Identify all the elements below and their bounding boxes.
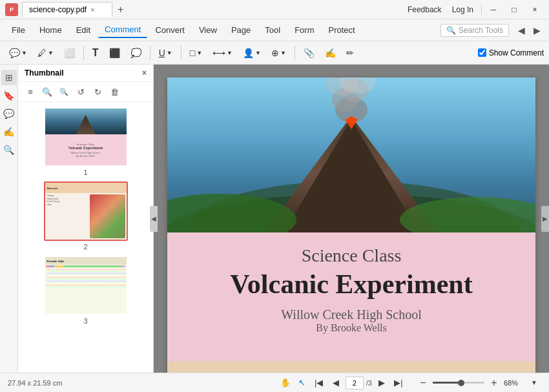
thumbnail-zoom-out-button[interactable]: 🔍 xyxy=(57,85,71,99)
pdf-subtitle: Willow Creek High School xyxy=(281,307,422,322)
first-page-button[interactable]: |◀ xyxy=(312,376,326,390)
page-number-input[interactable]: 2 xyxy=(346,377,364,389)
left-icon-signature[interactable]: ✍ xyxy=(1,124,17,139)
left-icon-comment[interactable]: 💬 xyxy=(1,106,17,121)
separator4 xyxy=(295,46,295,60)
zoom-slider-fill xyxy=(433,382,461,384)
zoom-out-button[interactable]: − xyxy=(416,376,430,390)
zoom-slider-track xyxy=(433,382,484,384)
minimize-button[interactable]: ─ xyxy=(484,3,502,17)
thumbnail-delete-button[interactable]: 🗑 xyxy=(107,85,121,99)
close-thumbnail-button[interactable]: × xyxy=(142,68,147,77)
pen-arrow: ▼ xyxy=(48,50,54,56)
show-comment-checkbox[interactable] xyxy=(478,48,486,57)
group-arrow: ▼ xyxy=(280,50,286,56)
separator3 xyxy=(181,46,181,60)
maximize-button[interactable]: □ xyxy=(505,3,523,17)
menu-edit[interactable]: Edit xyxy=(70,23,97,37)
thumbnail-menu-button[interactable]: ≡ xyxy=(23,85,37,99)
menu-file[interactable]: File xyxy=(5,23,32,37)
last-page-button[interactable]: ▶| xyxy=(391,376,406,390)
measure-button[interactable]: ⟷▼ xyxy=(209,44,236,62)
eraser-button[interactable]: ⬜ xyxy=(60,44,79,62)
tab-title: science-copy.pdf xyxy=(29,5,87,14)
feedback-button[interactable]: Feedback xyxy=(402,4,447,15)
group-button[interactable]: ⊕▼ xyxy=(267,44,290,62)
login-button[interactable]: Log In xyxy=(447,4,479,15)
markup-button[interactable]: ✏ xyxy=(342,44,358,62)
right-collapse-button[interactable]: ▶ xyxy=(541,206,549,232)
menu-page[interactable]: Page xyxy=(225,23,257,37)
nav-forward-button[interactable]: ▶ xyxy=(530,23,544,37)
menu-form[interactable]: Form xyxy=(288,23,320,37)
cursor-tool-button[interactable]: ↖ xyxy=(295,376,309,390)
menu-home[interactable]: Home xyxy=(33,23,68,37)
new-tab-button[interactable]: + xyxy=(112,2,129,17)
thumbnail-rotate-cw-button[interactable]: ↻ xyxy=(90,85,105,99)
group-icon: ⊕ xyxy=(271,48,279,58)
thumb-label-2: 2 xyxy=(83,243,87,251)
zoom-dropdown-button[interactable]: ▼ xyxy=(527,376,541,390)
sign-button[interactable]: ✍ xyxy=(321,44,340,62)
sticky-note-icon: 💬 xyxy=(9,48,20,58)
close-tab-icon[interactable]: × xyxy=(90,6,94,14)
thumb-frame-1: Science Class Volcanic Experiment Willow… xyxy=(44,107,128,167)
search-tools-field[interactable]: 🔍 Search Tools xyxy=(440,24,509,37)
stamp-button[interactable]: 👤▼ xyxy=(239,44,265,62)
underline-button[interactable]: U▼ xyxy=(155,44,176,62)
eraser-icon: ⬜ xyxy=(64,48,75,58)
separator xyxy=(481,5,482,15)
left-icon-panels[interactable]: ⊞ xyxy=(1,70,17,85)
thumb-frame-3: Periodic Table xyxy=(44,256,128,315)
nav-back-button[interactable]: ◀ xyxy=(514,23,528,37)
shape-icon: □ xyxy=(190,48,195,58)
zoom-slider-thumb[interactable] xyxy=(458,380,464,386)
pdf-author: By Brooke Wells xyxy=(316,322,387,334)
close-button[interactable]: × xyxy=(526,3,544,17)
thumbnail-page-3[interactable]: Periodic Table xyxy=(23,256,148,325)
textbox-icon: ⬛ xyxy=(109,48,120,58)
measure-icon: ⟷ xyxy=(212,48,225,58)
shape-button[interactable]: □▼ xyxy=(186,44,206,62)
textbox-button[interactable]: ⬛ xyxy=(105,44,124,62)
menu-tool[interactable]: Tool xyxy=(258,23,287,37)
pdf-title-section: Science Class Volcanic Experiment Willow… xyxy=(167,232,535,362)
menu-comment[interactable]: Comment xyxy=(98,22,147,38)
pdf-geology-svg xyxy=(167,362,535,373)
menu-convert[interactable]: Convert xyxy=(149,23,191,37)
menu-protect[interactable]: Protect xyxy=(322,23,361,37)
left-icon-bookmark[interactable]: 🔖 xyxy=(1,88,17,103)
prev-page-button[interactable]: ◀ xyxy=(329,376,343,390)
collapse-panel-button[interactable]: ◀ xyxy=(150,206,158,232)
thumbnail-zoom-in-button[interactable]: 🔍 xyxy=(40,85,54,99)
pen-button[interactable]: 🖊▼ xyxy=(34,44,57,62)
page-navigation: ✋ ↖ |◀ ◀ 2 /3 ▶ ▶| xyxy=(278,376,406,390)
app-icon: P xyxy=(5,3,18,16)
menu-view[interactable]: View xyxy=(192,23,223,37)
zoom-controls: − + 68% ▼ xyxy=(416,376,541,390)
thumbnail-page-2[interactable]: Materials • Vinegar• Baking Soda• Food C… xyxy=(23,181,148,251)
underline-icon: U xyxy=(159,48,165,58)
underline-arrow: ▼ xyxy=(167,50,172,56)
callout-button[interactable]: 💭 xyxy=(127,44,145,62)
callout-icon: 💭 xyxy=(130,48,141,58)
sticky-note-button[interactable]: 💬▼ xyxy=(5,44,31,62)
left-icon-search[interactable]: 🔍 xyxy=(1,142,17,158)
thumb-frame-2: Materials • Vinegar• Baking Soda• Food C… xyxy=(44,181,128,241)
thumbnail-rotate-ccw-button[interactable]: ↺ xyxy=(74,85,88,99)
pdf-title-line2: Volcanic Experiment xyxy=(230,269,472,300)
text-button[interactable]: T xyxy=(88,44,103,62)
separator xyxy=(83,46,84,60)
hand-tool-button[interactable]: ✋ xyxy=(278,376,293,390)
zoom-slider[interactable] xyxy=(433,379,484,387)
thumb-label-3: 3 xyxy=(83,317,87,325)
thumbnail-page-1[interactable]: Science Class Volcanic Experiment Willow… xyxy=(23,107,148,176)
zoom-in-button[interactable]: + xyxy=(487,376,501,390)
attach-button[interactable]: 📎 xyxy=(300,44,318,62)
search-tools-placeholder: Search Tools xyxy=(459,26,503,35)
thumb-label-1: 1 xyxy=(83,169,87,176)
next-page-button[interactable]: ▶ xyxy=(375,376,389,390)
document-tab[interactable]: science-copy.pdf × xyxy=(22,2,112,17)
pdf-volcano-image xyxy=(167,77,535,232)
attach-icon: 📎 xyxy=(304,48,315,58)
